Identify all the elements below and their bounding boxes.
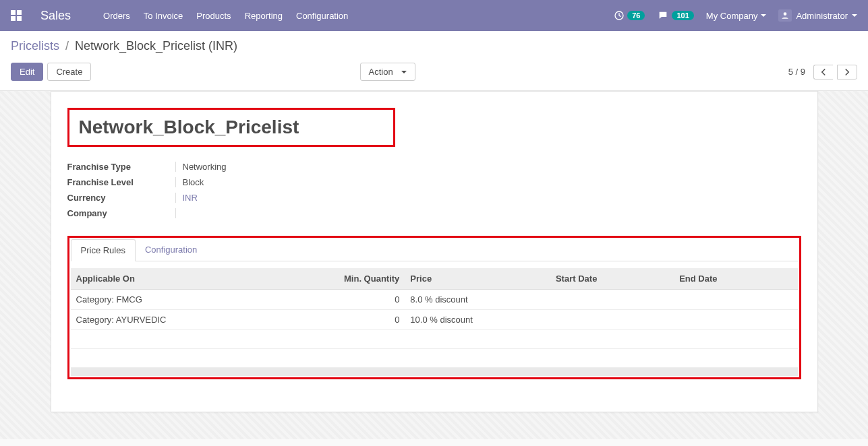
table-row[interactable]: Category: AYURVEDIC010.0 % discount xyxy=(71,310,798,330)
action-dropdown[interactable]: Action xyxy=(360,63,415,81)
apps-icon[interactable] xyxy=(11,10,22,21)
field-grid: Franchise Type Networking Franchise Leve… xyxy=(67,159,801,221)
app-brand[interactable]: Sales xyxy=(40,9,71,23)
user-avatar-icon xyxy=(778,9,792,22)
table-footer-bar xyxy=(71,368,798,376)
chevron-left-icon xyxy=(820,68,827,76)
tabs: Price Rules Configuration xyxy=(71,239,798,261)
create-button[interactable]: Create xyxy=(47,63,91,81)
edit-button[interactable]: Edit xyxy=(11,63,43,81)
chevron-right-icon xyxy=(844,68,850,76)
franchise-level-value: Block xyxy=(183,177,204,187)
messaging-indicator[interactable]: 101 xyxy=(657,10,693,21)
nav-products[interactable]: Products xyxy=(196,11,231,21)
table-row[interactable]: Category: FMCG08.0 % discount xyxy=(71,290,798,310)
pager-text[interactable]: 5 / 9 xyxy=(788,67,805,77)
breadcrumb-current: Network_Block_Pricelist (INR) xyxy=(75,39,237,53)
table-row-empty xyxy=(71,330,798,349)
pager-prev-button[interactable] xyxy=(813,65,833,79)
breadcrumb-separator: / xyxy=(65,39,69,53)
caret-down-icon xyxy=(761,14,766,17)
franchise-type-label: Franchise Type xyxy=(67,162,169,172)
content-area: Network_Block_Pricelist Franchise Type N… xyxy=(0,91,868,439)
form-card: Network_Block_Pricelist Franchise Type N… xyxy=(51,91,818,412)
cell-end-date xyxy=(674,290,797,310)
table-row-empty xyxy=(71,349,798,368)
nav-to-invoice[interactable]: To Invoice xyxy=(144,11,183,21)
breadcrumb: Pricelists / Network_Block_Pricelist (IN… xyxy=(11,39,857,53)
cell-price: 10.0 % discount xyxy=(405,310,550,330)
company-label: Company xyxy=(67,208,169,218)
cell-applicable-on: Category: FMCG xyxy=(71,290,303,310)
user-name: Administrator xyxy=(796,11,848,21)
cell-start-date xyxy=(550,310,674,330)
messaging-badge: 101 xyxy=(672,11,693,20)
chat-icon xyxy=(657,10,669,21)
col-min-qty[interactable]: Min. Quantity xyxy=(303,268,405,290)
record-title-box: Network_Block_Pricelist xyxy=(67,108,396,147)
nav-configuration[interactable]: Configuration xyxy=(296,11,348,21)
franchise-level-label: Franchise Level xyxy=(67,177,169,187)
price-rules-table: Applicable On Min. Quantity Price Start … xyxy=(71,268,798,368)
nav-links: Orders To Invoice Products Reporting Con… xyxy=(103,11,348,21)
company-name: My Company xyxy=(706,11,758,21)
tabs-highlight-box: Price Rules Configuration Applicable On … xyxy=(67,236,801,379)
col-start-date[interactable]: Start Date xyxy=(550,268,674,290)
currency-label: Currency xyxy=(67,193,169,203)
tab-configuration[interactable]: Configuration xyxy=(136,239,206,261)
company-selector[interactable]: My Company xyxy=(706,11,767,21)
svg-point-1 xyxy=(784,12,787,15)
user-menu[interactable]: Administrator xyxy=(778,9,857,22)
record-title: Network_Block_Pricelist xyxy=(79,117,299,138)
clock-icon xyxy=(614,10,625,21)
tab-price-rules[interactable]: Price Rules xyxy=(71,239,136,261)
breadcrumb-parent[interactable]: Pricelists xyxy=(11,39,59,53)
cell-end-date xyxy=(674,310,797,330)
cell-price: 8.0 % discount xyxy=(405,290,550,310)
pager-next-button[interactable] xyxy=(837,65,857,79)
control-bar: Pricelists / Network_Block_Pricelist (IN… xyxy=(0,31,868,91)
pager-buttons xyxy=(813,65,857,79)
action-label: Action xyxy=(369,67,393,77)
nav-reporting[interactable]: Reporting xyxy=(245,11,283,21)
franchise-type-value: Networking xyxy=(183,162,227,172)
cell-start-date xyxy=(550,290,674,310)
top-navbar: Sales Orders To Invoice Products Reporti… xyxy=(0,0,868,31)
col-applicable-on[interactable]: Applicable On xyxy=(71,268,303,290)
cell-min-qty: 0 xyxy=(303,310,405,330)
caret-down-icon xyxy=(852,14,857,17)
currency-value[interactable]: INR xyxy=(183,193,198,203)
activity-indicator[interactable]: 76 xyxy=(614,10,645,21)
activity-badge: 76 xyxy=(627,11,645,20)
nav-orders[interactable]: Orders xyxy=(103,11,130,21)
col-price[interactable]: Price xyxy=(405,268,550,290)
col-end-date[interactable]: End Date xyxy=(674,268,797,290)
cell-applicable-on: Category: AYURVEDIC xyxy=(71,310,303,330)
cell-min-qty: 0 xyxy=(303,290,405,310)
caret-down-icon xyxy=(401,71,407,73)
